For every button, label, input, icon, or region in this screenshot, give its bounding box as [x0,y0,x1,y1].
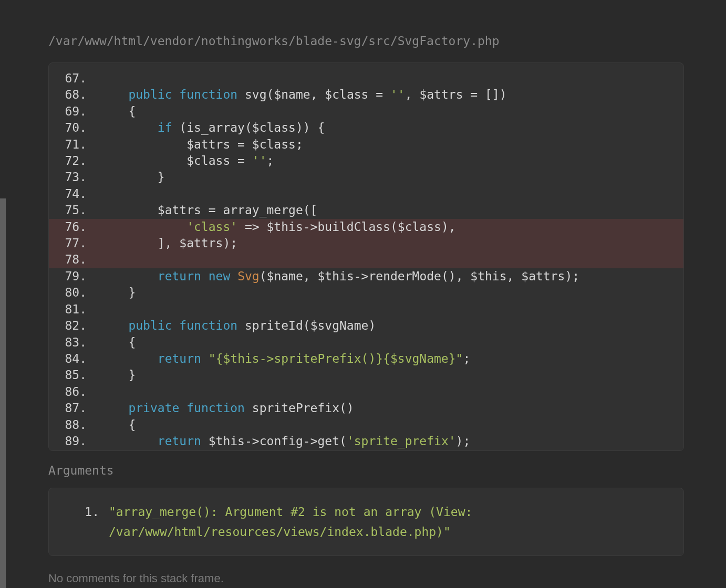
line-number: 72. [49,153,99,169]
line-number: 73. [49,169,99,185]
arguments-box: 1."array_merge(): Argument #2 is not an … [48,488,684,556]
code-line: 70. if (is_array($class)) { [49,120,683,136]
line-number: 76. [49,219,99,235]
code-content: } [99,285,136,301]
code-content: return new Svg($name, $this->renderMode(… [99,268,579,285]
line-number: 79. [49,268,99,285]
line-number: 69. [49,103,99,120]
error-panel: /var/www/html/vendor/nothingworks/blade-… [6,0,726,585]
code-line: 73. } [49,169,683,185]
line-number: 85. [49,367,99,383]
line-number: 88. [49,417,99,433]
code-line: 72. $class = ''; [49,153,683,169]
code-content: 'class' => $this->buildClass($class), [99,219,456,235]
code-line: 75. $attrs = array_merge([ [49,202,683,218]
code-box[interactable]: 67.68. public function svg($name, $class… [48,62,684,451]
code-line: 82. public function spriteId($svgName) [49,318,683,334]
code-line: 84. return "{$this->spritePrefix()}{$svg… [49,351,683,367]
code-content: $class = ''; [99,153,274,169]
code-line: 81. [49,301,683,318]
code-line: 86. [49,384,683,400]
code-content: $attrs = $class; [99,136,303,153]
left-gutter [0,198,6,588]
code-line: 89. return $this->config->get('sprite_pr… [49,433,683,449]
code-content: { [99,334,136,351]
line-number: 71. [49,136,99,153]
code-line: 85. } [49,367,683,383]
code-content: if (is_array($class)) { [99,120,325,136]
code-line: 88. { [49,417,683,433]
code-line: 78. [49,251,683,268]
line-number: 89. [49,433,99,449]
code-content: } [99,367,136,383]
code-content: $attrs = array_merge([ [99,202,317,218]
line-number: 81. [49,301,99,318]
argument-index: 1. [63,502,109,542]
code-line: 68. public function svg($name, $class = … [49,87,683,103]
line-number: 67. [49,70,99,87]
code-content: public function spriteId($svgName) [99,318,376,334]
line-number: 83. [49,334,99,351]
no-comments-text: No comments for this stack frame. [48,572,684,585]
file-path: /var/www/html/vendor/nothingworks/blade-… [48,34,684,48]
line-number: 82. [49,318,99,334]
line-number: 68. [49,87,99,103]
line-number: 86. [49,384,99,400]
line-number: 74. [49,186,99,202]
line-number: 75. [49,202,99,218]
code-line: 77. ], $attrs); [49,235,683,251]
code-line: 69. { [49,103,683,120]
code-line: 74. [49,186,683,202]
code-area: 67.68. public function svg($name, $class… [49,63,683,449]
code-content: private function spritePrefix() [99,400,354,416]
line-number: 77. [49,235,99,251]
line-number: 87. [49,400,99,416]
code-line: 79. return new Svg($name, $this->renderM… [49,268,683,285]
code-line: 67. [49,70,683,87]
code-content: { [99,103,136,120]
arguments-label: Arguments [48,464,684,477]
code-content: } [99,169,165,185]
code-line: 87. private function spritePrefix() [49,400,683,416]
line-number: 80. [49,285,99,301]
code-content: { [99,417,136,433]
line-number: 84. [49,351,99,367]
line-number: 78. [49,251,99,268]
argument-row: 1."array_merge(): Argument #2 is not an … [63,502,670,542]
code-content: ], $attrs); [99,235,237,251]
code-content: return $this->config->get('sprite_prefix… [99,433,470,449]
code-content: public function svg($name, $class = '', … [99,87,507,103]
line-number: 70. [49,120,99,136]
code-content: return "{$this->spritePrefix()}{$svgName… [99,351,470,367]
argument-value: "array_merge(): Argument #2 is not an ar… [109,502,670,542]
code-line: 76. 'class' => $this->buildClass($class)… [49,219,683,235]
code-line: 83. { [49,334,683,351]
code-line: 71. $attrs = $class; [49,136,683,153]
code-line: 80. } [49,285,683,301]
